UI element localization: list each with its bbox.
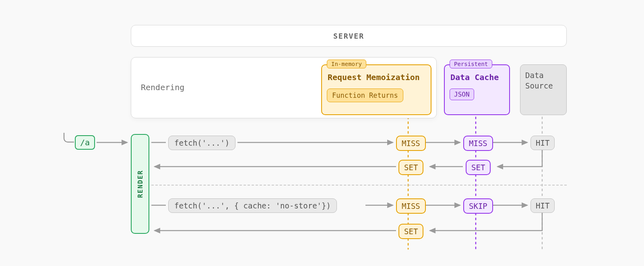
memo-status-r1: MISS	[396, 136, 426, 151]
memo-tag: In-memory	[327, 60, 366, 68]
request-memoization-box: In-memory Request Memoization Function R…	[321, 64, 431, 115]
memo-status-r2: MISS	[396, 198, 426, 214]
source-title: Data Source	[525, 71, 553, 90]
data-cache-box: Persistent Data Cache JSON	[444, 64, 510, 115]
source-status-r1: HIT	[530, 136, 555, 150]
render-label: RENDER	[136, 170, 144, 198]
source-status-r2: HIT	[530, 198, 555, 213]
fetch-call-1: fetch('...')	[168, 136, 235, 150]
cache-status-r1: MISS	[463, 136, 493, 151]
memo-sub: Function Returns	[327, 89, 403, 102]
server-header: SERVER	[131, 25, 567, 47]
fetch-call-2: fetch('...', { cache: 'no-store'})	[168, 198, 337, 213]
cache-status-r2: SKIP	[463, 198, 493, 214]
rendering-label: Rendering	[141, 82, 184, 92]
route-path: /a	[80, 138, 90, 147]
data-source-box: Data Source	[520, 64, 567, 115]
render-box: RENDER	[131, 134, 149, 234]
route-chip: /a	[75, 135, 95, 150]
memo-return-r2: SET	[398, 224, 423, 239]
server-title: SERVER	[333, 32, 364, 40]
memo-return-r1: SET	[398, 160, 423, 175]
cache-return-r1: SET	[466, 160, 491, 175]
row-divider	[151, 185, 567, 186]
cache-sub: JSON	[450, 89, 474, 100]
memo-title: Request Memoization	[328, 72, 420, 82]
cache-tag: Persistent	[450, 60, 492, 68]
route-arm	[64, 133, 74, 142]
cache-title: Data Cache	[450, 72, 499, 82]
